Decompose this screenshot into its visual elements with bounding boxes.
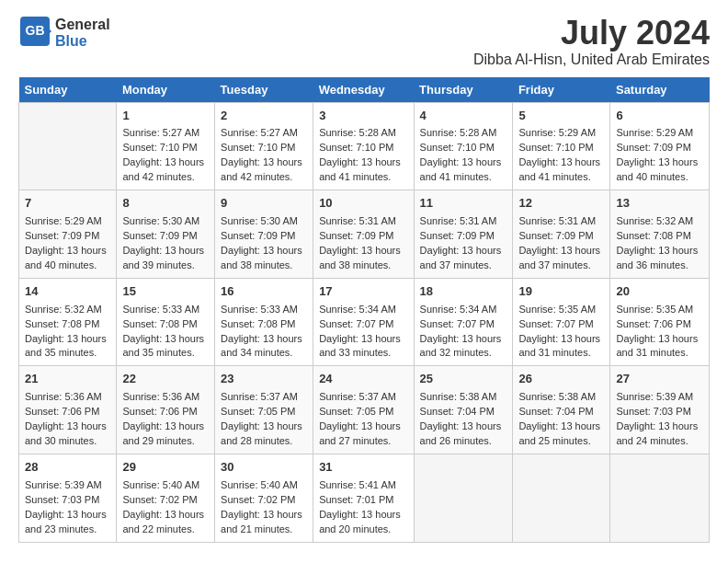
day-info-line: and 23 minutes. bbox=[25, 523, 110, 537]
svg-text:GB: GB bbox=[26, 23, 45, 38]
calendar-table: SundayMondayTuesdayWednesdayThursdayFrid… bbox=[18, 77, 710, 543]
day-info-line: and 34 minutes. bbox=[221, 346, 307, 361]
day-info-line: Daylight: 13 hours bbox=[518, 419, 604, 434]
day-info-line: Daylight: 13 hours bbox=[420, 419, 507, 434]
day-info-line: and 33 minutes. bbox=[319, 346, 407, 361]
day-info-line: and 40 minutes. bbox=[616, 170, 703, 185]
logo-icon: GB bbox=[18, 15, 51, 52]
day-info-line: Sunrise: 5:28 AM bbox=[319, 126, 407, 141]
calendar-cell: 31Sunrise: 5:41 AMSunset: 7:01 PMDayligh… bbox=[313, 454, 414, 542]
day-info-line: Sunrise: 5:29 AM bbox=[616, 126, 703, 141]
day-info-line: Sunset: 7:08 PM bbox=[122, 317, 209, 332]
day-number: 7 bbox=[25, 195, 110, 213]
day-number: 23 bbox=[221, 371, 307, 388]
day-info-line: Daylight: 13 hours bbox=[221, 155, 307, 170]
header-day: Wednesday bbox=[313, 77, 414, 103]
calendar-cell bbox=[19, 102, 117, 190]
day-info-line: Daylight: 13 hours bbox=[122, 508, 209, 523]
day-info-line: Sunrise: 5:28 AM bbox=[420, 126, 507, 141]
day-info-line: Sunrise: 5:35 AM bbox=[616, 303, 703, 317]
calendar-cell: 15Sunrise: 5:33 AMSunset: 7:08 PMDayligh… bbox=[117, 278, 215, 366]
day-info-line: Sunset: 7:07 PM bbox=[420, 317, 507, 332]
day-info-line: and 26 minutes. bbox=[420, 434, 507, 449]
calendar-cell: 7Sunrise: 5:29 AMSunset: 7:09 PMDaylight… bbox=[19, 190, 117, 279]
day-info-line: Daylight: 13 hours bbox=[25, 508, 110, 523]
calendar-cell: 20Sunrise: 5:35 AMSunset: 7:06 PMDayligh… bbox=[610, 278, 710, 366]
day-info-line: and 37 minutes. bbox=[518, 259, 604, 273]
day-info-line: and 31 minutes. bbox=[518, 346, 604, 361]
day-info-line: Daylight: 13 hours bbox=[122, 155, 209, 170]
calendar-header: SundayMondayTuesdayWednesdayThursdayFrid… bbox=[19, 77, 710, 103]
day-info-line: Sunset: 7:06 PM bbox=[122, 405, 209, 419]
logo-text: General Blue bbox=[55, 17, 110, 50]
day-number: 11 bbox=[420, 195, 507, 213]
day-info-line: Daylight: 13 hours bbox=[122, 332, 209, 347]
day-number: 22 bbox=[122, 371, 209, 388]
day-number: 5 bbox=[518, 108, 604, 125]
day-info-line: Daylight: 13 hours bbox=[518, 332, 604, 347]
day-info-line: Sunset: 7:08 PM bbox=[221, 317, 307, 332]
day-info-line: Sunrise: 5:35 AM bbox=[518, 303, 604, 317]
day-info-line: Sunset: 7:08 PM bbox=[25, 317, 110, 332]
day-number: 14 bbox=[25, 283, 110, 301]
calendar-cell: 22Sunrise: 5:36 AMSunset: 7:06 PMDayligh… bbox=[117, 366, 215, 454]
day-info-line: and 20 minutes. bbox=[319, 523, 407, 537]
calendar-cell: 9Sunrise: 5:30 AMSunset: 7:09 PMDaylight… bbox=[215, 190, 313, 279]
calendar-cell bbox=[414, 454, 513, 542]
day-info-line: and 31 minutes. bbox=[616, 346, 703, 361]
calendar-week-row: 28Sunrise: 5:39 AMSunset: 7:03 PMDayligh… bbox=[19, 454, 710, 542]
day-info-line: and 30 minutes. bbox=[25, 434, 110, 449]
day-info-line: Sunset: 7:10 PM bbox=[319, 141, 407, 155]
day-number: 17 bbox=[319, 283, 407, 301]
day-info-line: Daylight: 13 hours bbox=[319, 419, 407, 434]
day-info-line: Sunrise: 5:30 AM bbox=[221, 214, 307, 229]
day-number: 26 bbox=[518, 371, 604, 388]
calendar-cell: 2Sunrise: 5:27 AMSunset: 7:10 PMDaylight… bbox=[215, 102, 313, 190]
day-info-line: and 41 minutes. bbox=[319, 170, 407, 185]
day-info-line: Sunrise: 5:37 AM bbox=[319, 390, 407, 405]
day-number: 29 bbox=[122, 459, 209, 477]
day-info-line: Sunrise: 5:31 AM bbox=[518, 214, 604, 229]
calendar-cell bbox=[513, 454, 610, 542]
day-number: 28 bbox=[25, 459, 110, 477]
day-info-line: and 25 minutes. bbox=[518, 434, 604, 449]
day-info-line: Sunrise: 5:40 AM bbox=[221, 478, 307, 493]
header: GB General Blue July 2024 Dibba Al-Hisn,… bbox=[18, 15, 710, 68]
day-info-line: Sunset: 7:07 PM bbox=[319, 317, 407, 332]
day-info-line: Daylight: 13 hours bbox=[25, 419, 110, 434]
day-info-line: Daylight: 13 hours bbox=[420, 332, 507, 347]
day-info-line: Sunset: 7:03 PM bbox=[616, 405, 703, 419]
day-info-line: Daylight: 13 hours bbox=[221, 332, 307, 347]
day-info-line: Daylight: 13 hours bbox=[616, 155, 703, 170]
day-info-line: Sunset: 7:04 PM bbox=[420, 405, 507, 419]
day-info-line: Sunrise: 5:39 AM bbox=[25, 478, 110, 493]
calendar-cell: 1Sunrise: 5:27 AMSunset: 7:10 PMDaylight… bbox=[117, 102, 215, 190]
day-info-line: and 38 minutes. bbox=[221, 259, 307, 273]
calendar-week-row: 1Sunrise: 5:27 AMSunset: 7:10 PMDaylight… bbox=[19, 102, 710, 190]
day-info-line: Sunrise: 5:34 AM bbox=[319, 303, 407, 317]
day-info-line: Sunrise: 5:37 AM bbox=[221, 390, 307, 405]
calendar-cell: 11Sunrise: 5:31 AMSunset: 7:09 PMDayligh… bbox=[414, 190, 513, 279]
day-number: 19 bbox=[518, 283, 604, 301]
calendar-cell: 26Sunrise: 5:38 AMSunset: 7:04 PMDayligh… bbox=[513, 366, 610, 454]
day-number: 20 bbox=[616, 283, 703, 301]
day-info-line: Daylight: 13 hours bbox=[616, 332, 703, 347]
day-number: 16 bbox=[221, 283, 307, 301]
day-number: 2 bbox=[221, 108, 307, 125]
day-info-line: Sunrise: 5:39 AM bbox=[616, 390, 703, 405]
day-number: 15 bbox=[122, 283, 209, 301]
day-info-line: and 41 minutes. bbox=[518, 170, 604, 185]
day-info-line: Daylight: 13 hours bbox=[319, 155, 407, 170]
day-info-line: and 35 minutes. bbox=[122, 346, 209, 361]
day-info-line: Sunrise: 5:31 AM bbox=[319, 214, 407, 229]
day-info-line: Sunset: 7:06 PM bbox=[25, 405, 110, 419]
day-number: 6 bbox=[616, 108, 703, 125]
day-number: 27 bbox=[616, 371, 703, 388]
day-info-line: Sunset: 7:10 PM bbox=[221, 141, 307, 155]
calendar-cell: 5Sunrise: 5:29 AMSunset: 7:10 PMDaylight… bbox=[513, 102, 610, 190]
calendar-cell: 17Sunrise: 5:34 AMSunset: 7:07 PMDayligh… bbox=[313, 278, 414, 366]
day-info-line: Daylight: 13 hours bbox=[616, 419, 703, 434]
day-info-line: Daylight: 13 hours bbox=[319, 244, 407, 259]
day-number: 8 bbox=[122, 195, 209, 213]
day-info-line: Sunset: 7:09 PM bbox=[319, 229, 407, 244]
